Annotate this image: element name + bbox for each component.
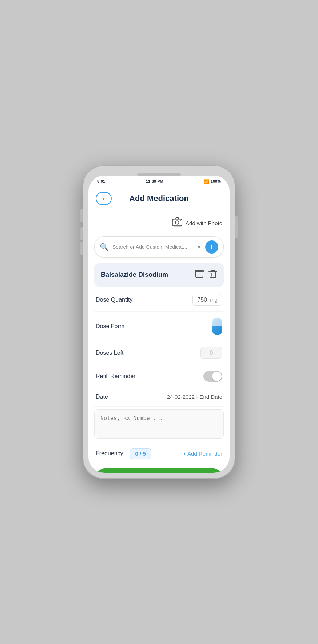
battery-level: 100% xyxy=(211,179,221,184)
plus-icon: + xyxy=(210,243,214,251)
archive-icon[interactable] xyxy=(195,269,204,281)
status-time: 11:39 PM xyxy=(105,179,204,184)
doses-left-row: Doses Left 0 xyxy=(94,341,224,365)
notes-input[interactable] xyxy=(94,409,224,439)
header: ‹ Add Medication xyxy=(88,186,230,211)
notes-section xyxy=(94,409,224,440)
svg-rect-3 xyxy=(196,272,203,277)
photo-label: Add with Photo xyxy=(186,220,222,226)
frequency-badge[interactable]: 0 / 5 xyxy=(130,448,151,459)
frequency-section: Frequency 0 / 5 + Add Reminder xyxy=(88,443,230,464)
dose-form-value[interactable] xyxy=(212,318,222,335)
save-button[interactable]: Save xyxy=(94,468,224,473)
search-add-button[interactable]: + xyxy=(205,240,218,254)
search-icon: 🔍 xyxy=(100,243,109,251)
dose-unit: mg xyxy=(210,297,218,303)
search-chevron-icon: ▼ xyxy=(196,244,202,250)
svg-point-1 xyxy=(175,221,179,224)
medication-actions xyxy=(195,269,217,281)
doses-left-input[interactable]: 0 xyxy=(200,347,222,359)
dose-quantity-value-wrapper[interactable]: 750 mg xyxy=(192,294,222,306)
delete-icon[interactable] xyxy=(208,269,217,281)
add-reminder-button[interactable]: + Add Reminder xyxy=(183,451,222,457)
date-row: Date 24-02-2022 - End Date xyxy=(94,388,224,407)
status-left: 8:01 xyxy=(97,179,105,184)
svg-rect-4 xyxy=(195,270,203,272)
phone-frame: 8:01 11:39 PM 📶 100% ‹ Add Medication xyxy=(83,165,235,479)
doses-left-label: Doses Left xyxy=(96,350,123,356)
back-chevron-icon: ‹ xyxy=(103,195,105,202)
dose-quantity-number: 750 xyxy=(197,297,207,303)
status-right: 📶 100% xyxy=(204,179,221,184)
date-label: Date xyxy=(96,394,108,400)
medication-card: Balsalazide Disodium xyxy=(94,263,224,287)
frequency-label: Frequency xyxy=(96,450,123,457)
phone-screen: 8:01 11:39 PM 📶 100% ‹ Add Medication xyxy=(88,176,230,473)
svg-point-2 xyxy=(180,220,181,221)
app-content: ‹ Add Medication Add with Photo xyxy=(88,186,230,473)
date-value[interactable]: 24-02-2022 - End Date xyxy=(167,394,222,400)
capsule-top xyxy=(212,318,222,326)
back-button[interactable]: ‹ xyxy=(96,192,112,205)
frequency-left: Frequency 0 / 5 xyxy=(96,448,151,459)
page-title: Add Medication xyxy=(112,194,206,203)
dose-quantity-label: Dose Quantity xyxy=(96,297,132,303)
add-reminder-label: + Add Reminder xyxy=(183,451,222,457)
refill-reminder-label: Refill Reminder xyxy=(96,373,135,380)
search-input[interactable]: Search or Add Custom Medicat... xyxy=(112,244,193,250)
dose-form-row: Dose Form xyxy=(94,312,224,341)
medication-name: Balsalazide Disodium xyxy=(101,271,168,279)
save-button-wrapper: Save xyxy=(88,464,230,473)
camera-icon xyxy=(172,216,183,230)
status-bar: 8:01 11:39 PM 📶 100% xyxy=(88,176,230,186)
battery-icon: 📶 xyxy=(204,179,209,184)
capsule-bottom xyxy=(212,326,222,335)
search-bar[interactable]: 🔍 Search or Add Custom Medicat... ▼ + xyxy=(94,236,224,258)
photo-section[interactable]: Add with Photo xyxy=(88,211,230,233)
dose-form-label: Dose Form xyxy=(96,323,124,330)
refill-reminder-toggle[interactable] xyxy=(203,371,222,382)
capsule-icon[interactable] xyxy=(212,318,222,335)
toggle-knob xyxy=(212,372,222,381)
svg-rect-6 xyxy=(210,271,216,278)
fields-container: Dose Quantity 750 mg Dose Form xyxy=(88,288,230,407)
dose-quantity-input[interactable]: 750 mg xyxy=(192,294,222,306)
dose-quantity-row: Dose Quantity 750 mg xyxy=(94,288,224,312)
refill-reminder-row: Refill Reminder xyxy=(94,365,224,388)
svg-rect-0 xyxy=(172,219,182,226)
